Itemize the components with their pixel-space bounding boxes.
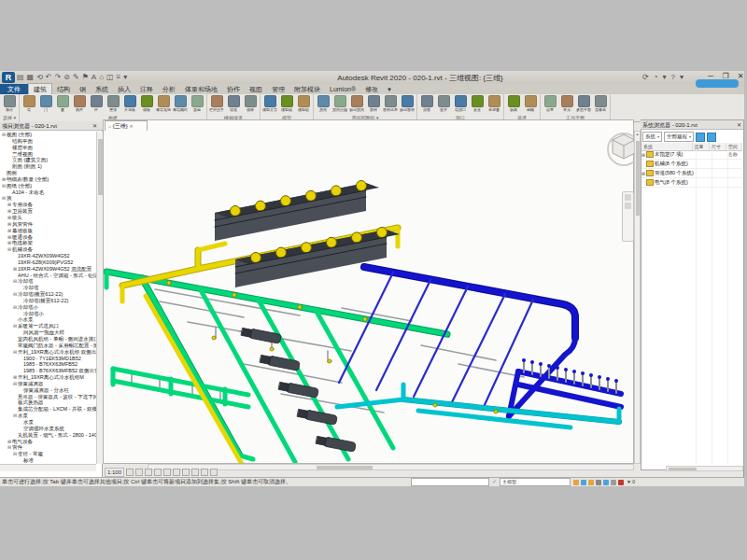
tree-item[interactable]: 立面 (建筑立面) — [0, 157, 96, 163]
tree-item[interactable]: 冷却塔 — [0, 285, 96, 291]
discipline-dropdown[interactable]: 全部规程▾ — [664, 132, 694, 142]
tab-修改[interactable]: 修改 — [360, 84, 383, 94]
tree-item[interactable]: 19XR-4ZWX09W4G52 — [0, 253, 96, 259]
revit-app-menu-button[interactable]: R — [2, 72, 15, 83]
tab-体量和场地[interactable]: 体量和场地 — [180, 84, 222, 94]
tab-Lumion®[interactable]: Lumion® — [325, 84, 360, 94]
autofit-icon[interactable] — [696, 133, 705, 142]
tag-icon[interactable]: ⚑ — [82, 73, 89, 82]
tool-标高[interactable]: 标高 — [506, 95, 521, 112]
workset-dropdown[interactable] — [411, 478, 489, 486]
tree-item[interactable]: ⊞19XR-4ZWX09W4G52 混流配置 — [0, 266, 96, 273]
tool-显示[interactable]: 显示 — [559, 95, 574, 112]
scale-button[interactable]: 1:100 — [105, 468, 124, 477]
tool-模型线[interactable]: 模型线 — [279, 95, 294, 112]
text-icon[interactable]: A — [92, 73, 96, 82]
tree-item[interactable]: 冷却塔(横置612-22) — [0, 298, 96, 304]
status-icon[interactable] — [603, 480, 609, 485]
tree-item[interactable]: ⊟管件 — [0, 444, 96, 451]
tree-item[interactable]: ⊟视图 (全部) — [0, 132, 96, 138]
tree-item[interactable]: ⊟开利_19XR离心式冷水机组 双侧出管 — [0, 349, 96, 356]
tree-item[interactable]: ⊞明细表/数量 (全部) — [0, 176, 96, 183]
view-control-icon-2[interactable] — [145, 469, 152, 476]
system-browser-hscrollbar[interactable] — [666, 466, 743, 471]
redo-icon[interactable]: ↷ — [55, 73, 62, 82]
view-tab-3d[interactable]: ⌂ {三维} ✕ — [105, 120, 148, 131]
project-browser-header[interactable]: 项目浏览器 - 020-1.rvt — [0, 121, 103, 131]
view-control-icon-8[interactable] — [201, 469, 208, 476]
filter-button[interactable]: ▼:0 — [627, 479, 635, 485]
view-control-icon-3[interactable] — [154, 469, 162, 476]
collaboration-badge[interactable] — [696, 79, 739, 88]
system-dropdown[interactable]: 系统▾ — [642, 132, 662, 142]
view-control-icon-7[interactable] — [191, 469, 199, 476]
tree-item[interactable]: ⊟冷却塔 — [0, 278, 96, 285]
column-header-系统[interactable]: 系统 — [641, 143, 693, 150]
tree-item[interactable]: ⊞风管管件 — [0, 221, 96, 228]
view-control-icon-0[interactable] — [126, 469, 134, 476]
tool-垂直[interactable]: 垂直 — [470, 95, 485, 112]
design-option-dropdown[interactable]: 主模型 — [500, 478, 571, 486]
status-icon[interactable] — [611, 480, 616, 485]
tab-协作[interactable]: 协作 — [222, 84, 245, 94]
tree-item[interactable]: 图例 — [0, 170, 96, 176]
view-control-icon-9[interactable] — [210, 469, 218, 476]
tree-item[interactable]: 弹簧减震器 - 分水柱 — [0, 387, 96, 394]
tree-item[interactable]: 标准 — [0, 457, 96, 464]
tree-item[interactable]: ⊞幕墙嵌板 — [0, 228, 96, 234]
status-icon[interactable] — [581, 480, 586, 485]
tree-item[interactable]: A104 - 未命名 — [0, 189, 96, 196]
navigation-bar[interactable] — [622, 191, 634, 242]
canvas-hscrollbar[interactable] — [148, 464, 634, 470]
tree-item[interactable]: 空调循环水泵系统 — [0, 426, 96, 432]
3d-mep-model[interactable] — [104, 131, 634, 463]
tool-设置[interactable]: 设置 — [543, 95, 557, 112]
tool-标记房间[interactable]: 标记房间 — [349, 95, 364, 112]
dimension-icon[interactable]: ✎ — [73, 73, 79, 82]
save-icon[interactable]: ▦ — [27, 73, 35, 82]
default-3d-icon[interactable]: ⌂ — [99, 73, 104, 82]
tab-系统[interactable]: 系统 — [91, 84, 113, 94]
project-browser-hscrollbar[interactable] — [0, 464, 96, 471]
tool-构件[interactable]: 构件 — [72, 95, 87, 112]
tool-修改[interactable]: 修改 — [2, 95, 17, 112]
close-button[interactable]: ✕ — [736, 72, 745, 80]
tree-item[interactable]: 常规阀门防水器 - 采用铜芯配置 - 附加防潮阀 — [0, 343, 96, 349]
tool-查看器[interactable]: 查看器 — [593, 95, 608, 112]
close-icon[interactable]: ✕ — [92, 122, 97, 129]
tree-item[interactable]: 回风扇一拖放大样 — [0, 329, 96, 336]
open-icon[interactable]: ▤ — [17, 73, 24, 82]
thin-lines-icon[interactable]: ≡ — [117, 73, 121, 82]
tree-item[interactable]: ⊟变径 - 常规 — [0, 451, 96, 457]
tool-幕墙网格[interactable]: 幕墙网格 — [173, 95, 188, 112]
sync-icon[interactable]: ⟲ — [36, 73, 43, 82]
tool-竖梃[interactable]: 竖梃 — [190, 95, 204, 112]
section-icon[interactable]: ◫ — [106, 73, 114, 82]
tool-面积[interactable]: 面积 — [366, 95, 381, 112]
tree-item[interactable]: 剖面 (剖面 1) — [0, 163, 96, 170]
tool-楼梯[interactable]: 楼梯 — [243, 95, 258, 112]
tool-栏杆扶手[interactable]: 栏杆扶手 — [209, 95, 224, 112]
tree-item[interactable]: ⊟采暖第一式送风口 — [0, 323, 96, 329]
tool-竖井[interactable]: 竖井 — [436, 95, 451, 112]
editable-only-icon[interactable]: ✓ — [492, 479, 497, 485]
tree-item[interactable]: ⊟弹簧减震器 — [0, 381, 96, 387]
view-control-icon-4[interactable] — [163, 469, 171, 476]
tab-分析[interactable]: 分析 — [158, 84, 180, 94]
tree-item[interactable]: ⊞卫浴装置 — [0, 208, 96, 215]
tab-插入[interactable]: 插入 — [113, 84, 135, 94]
tree-item[interactable]: ⊞暖通设备 — [0, 234, 96, 241]
tree-item[interactable]: 1985 - B76XX63MFB52 — [0, 361, 96, 368]
infocenter-icon[interactable]: ▾ — [680, 73, 684, 81]
tree-item[interactable]: 集成芯分配箱 - LXCM - 并联 - 双模块 - 100-375-Ch — [0, 406, 96, 413]
status-icon[interactable] — [573, 480, 579, 485]
tool-坡道[interactable]: 坡道 — [226, 95, 241, 112]
infocenter-icon[interactable]: ▾ — [663, 73, 667, 81]
customize-caret[interactable]: ▾ — [123, 73, 127, 82]
tab-建筑[interactable]: 建筑 — [28, 83, 52, 94]
system-browser-header[interactable]: 系统浏览器 - 020-1.rvt — [641, 120, 743, 130]
undo-icon[interactable]: ↶ — [46, 73, 52, 82]
tool-面积边界[interactable]: 面积边界 — [383, 95, 398, 112]
tree-item[interactable]: ⊟机械设备 — [0, 246, 96, 253]
tool-楼板[interactable]: 楼板 — [139, 95, 154, 112]
